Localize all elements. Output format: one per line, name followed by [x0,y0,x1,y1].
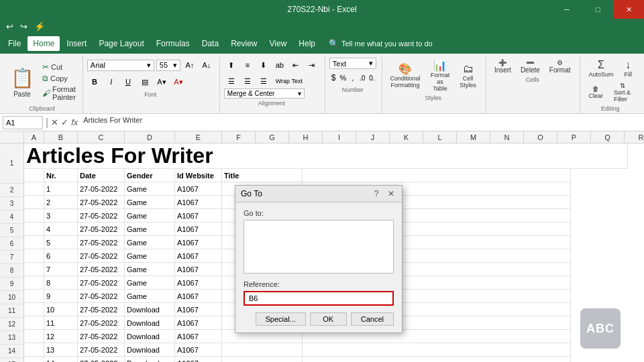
paste-icon: 📋 [11,67,34,89]
dialog-overlay: Go To ? ✕ Go to: Reference: Special... O… [0,131,644,362]
insert-function-icon[interactable]: fx [71,117,78,127]
font-size-selector[interactable]: 55 ▾ [156,60,180,71]
menu-view[interactable]: View [264,36,292,51]
delete-label: Delete [521,66,540,74]
cell-ref-value: A1 [6,119,15,127]
sort-filter-label: Sort & Filter [614,89,632,103]
format-painter-button[interactable]: 🖌 Format Painter [40,84,78,102]
insert-button[interactable]: ➕ Insert [490,58,515,75]
styles-group-label: Styles [386,95,480,103]
minimize-button[interactable]: ─ [551,0,582,19]
confirm-formula-icon[interactable]: ✓ [61,117,68,127]
menu-formulas[interactable]: Formulas [151,36,195,51]
dialog-buttons: Special... OK Cancel [244,312,394,326]
copy-button[interactable]: ⧉ Copy [40,73,78,84]
format-table-label: Format as Table [430,72,451,92]
merge-center-button[interactable]: Merge & Center ▾ [224,88,305,99]
percent-button[interactable]: % [339,70,347,85]
clear-label: Clear [588,93,603,99]
align-center-button[interactable]: ☰ [240,74,255,88]
italic-button[interactable]: I [104,74,119,89]
format-table-button[interactable]: 📊 Format as Table [426,58,455,93]
text-orientation-button[interactable]: ab [272,58,287,72]
cut-icon: ✂ [42,62,49,72]
cancel-formula-icon[interactable]: ✕ [51,117,58,127]
fill-label: Fill [625,71,633,78]
currency-button[interactable]: $ [329,70,337,85]
menu-home[interactable]: Home [28,36,60,51]
align-bottom-button[interactable]: ⬇ [256,58,271,72]
align-left-button[interactable]: ☰ [224,74,239,88]
menu-help[interactable]: Help [293,36,321,51]
formula-input[interactable]: Articles For Writer [80,116,641,129]
ok-button[interactable]: OK [310,312,347,326]
special-button[interactable]: Special... [256,312,306,326]
number-format-selector[interactable]: Text ▾ [329,58,376,69]
indent-dec-button[interactable]: ⇤ [288,58,303,72]
delete-button[interactable]: ➖ Delete [517,58,544,75]
clear-button[interactable]: 🗑 Clear [584,84,607,101]
fill-button[interactable]: ↓ Fill [621,58,637,79]
border-button[interactable]: ▤ [138,74,152,89]
indent-inc-button[interactable]: ⇥ [305,58,319,72]
menu-insert[interactable]: Insert [61,36,92,51]
decimal-dec-button[interactable]: 0. [368,70,376,85]
insert-icon: ➕ [498,59,506,66]
maximize-button[interactable]: □ [582,0,613,19]
decimal-inc-button[interactable]: .0 [358,70,366,85]
menu-data[interactable]: Data [197,36,224,51]
comma-button[interactable]: , [349,70,357,85]
menu-bar: File Home Insert Page Layout Formulas Da… [0,34,644,54]
font-color-button[interactable]: A▾ [171,74,186,89]
format-label: Format [549,66,571,74]
quick-save-button[interactable]: ⚡ [32,21,47,32]
editing-group-label: Editing [584,105,636,113]
ribbon-number-group: Text ▾ $ % , .0 0. Number [327,56,382,113]
dialog-body: Go to: Reference: Special... OK Cancel [235,202,402,333]
cell-styles-icon: 🗂 [463,63,474,75]
title-bar: 270S22-Nbi - Excel ─ □ ✕ [0,0,644,19]
undo-button[interactable]: ↩ [4,21,15,32]
font-decrease-button[interactable]: A↓ [199,58,214,72]
app-title: 270S22-Nbi - Excel [287,5,356,14]
wrap-text-button[interactable]: Wrap Text [272,74,306,88]
menu-page-layout[interactable]: Page Layout [93,36,149,51]
autosum-label: AutoSum [588,71,613,78]
tell-me-text[interactable]: Tell me what you want to do [341,40,433,48]
menu-file[interactable]: File [3,36,26,51]
number-group-label: Number [329,86,376,95]
align-right-button[interactable]: ☰ [256,74,271,88]
ribbon-font-group: Arial ▾ 55 ▾ A↑ A↓ B I U ▤ A▾ A▾ Font [85,56,220,113]
dialog-help-button[interactable]: ? [371,188,382,199]
goto-listbox[interactable] [244,220,394,274]
fill-color-button[interactable]: A▾ [154,74,169,89]
paste-button[interactable]: 📋 Paste [5,59,39,105]
align-middle-button[interactable]: ≡ [240,58,255,72]
autosum-button[interactable]: Σ AutoSum [584,58,617,79]
autosum-icon: Σ [598,59,604,71]
insert-label: Insert [494,66,511,74]
merge-center-label: Merge & Center [227,90,275,97]
reference-input[interactable] [244,291,394,306]
sort-filter-button[interactable]: ⇅ Sort & Filter [610,80,636,104]
cut-button[interactable]: ✂ Cut [40,62,78,72]
cell-reference-box[interactable]: A1 [3,116,43,129]
close-button[interactable]: ✕ [613,0,644,19]
format-button[interactable]: ⚙ Format [545,58,575,75]
menu-review[interactable]: Review [225,36,262,51]
bold-button[interactable]: B [87,74,102,89]
align-top-button[interactable]: ⬆ [224,58,239,72]
number-format-value: Text [333,60,346,68]
font-name-selector[interactable]: Arial ▾ [87,60,154,71]
cell-styles-button[interactable]: 🗂 Cell Styles [455,62,480,90]
copy-icon: ⧉ [42,74,48,83]
redo-button[interactable]: ↪ [18,21,30,32]
font-increase-button[interactable]: A↑ [182,58,197,72]
underline-button[interactable]: U [121,74,136,89]
ribbon-editing-group: Σ AutoSum ↓ Fill 🗑 Clear ⇅ Sort & Filter… [582,56,641,113]
cell-styles-label: Cell Styles [460,75,476,88]
conditional-formatting-button[interactable]: 🎨 Conditional Formatting [386,61,425,90]
dialog-close-button[interactable]: ✕ [386,188,396,199]
spreadsheet-area: A B C D E F G H I J K L M N O P Q R 1 2 … [0,131,644,362]
cancel-button[interactable]: Cancel [351,312,394,326]
